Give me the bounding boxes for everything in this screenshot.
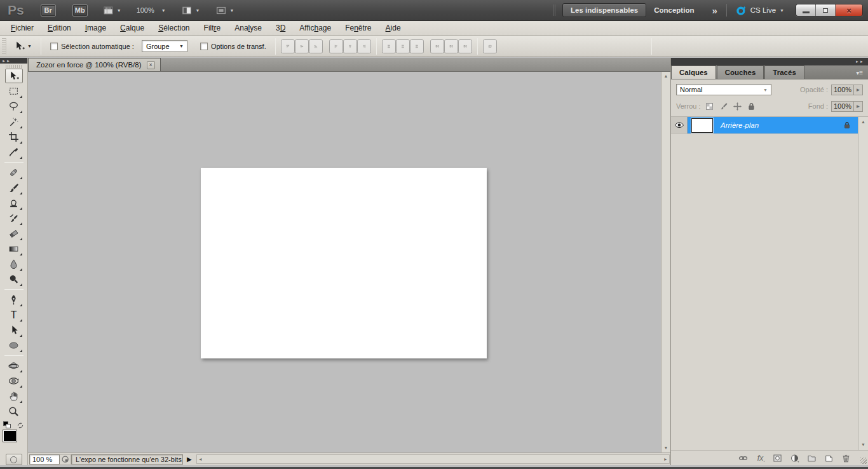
auto-select-checkbox[interactable] [50,43,58,50]
menu-calque[interactable]: Calque [113,22,151,34]
blur-tool[interactable] [5,257,23,271]
align-left-edges-button[interactable] [329,39,343,53]
zoom-level-control[interactable]: 100% ▼ [137,6,166,14]
opacity-value[interactable]: 100% [831,85,854,95]
foreground-color-swatch[interactable] [3,430,17,442]
align-bottom-edges-button[interactable] [309,39,323,53]
quick-mask-mode-button[interactable] [6,454,22,465]
scroll-right-icon[interactable]: ► [663,456,668,463]
cs-live-button[interactable]: CS Live ▼ [736,5,784,16]
vertical-scrollbar[interactable]: ▲ ▼ [661,72,670,452]
3d-object-rotate-tool[interactable] [5,358,23,373]
add-layer-mask-button[interactable] [771,453,783,463]
path-selection-tool[interactable] [5,323,23,337]
3d-camera-orbit-tool[interactable] [5,374,23,388]
clone-stamp-tool[interactable] [5,196,23,210]
arrange-documents-button[interactable]: ▼ [181,5,200,16]
eyedropper-tool[interactable] [5,145,23,160]
gradient-tool[interactable] [5,241,23,256]
menu-selection[interactable]: Sélection [151,22,196,34]
panel-tab-calques[interactable]: Calques [671,65,716,79]
menu-edition[interactable]: Edition [41,22,78,34]
scroll-down-icon[interactable]: ▼ [861,442,865,448]
move-tool[interactable] [5,69,23,83]
swap-colors-icon[interactable] [16,421,25,430]
document-canvas[interactable] [201,168,487,358]
rectangular-marquee-tool[interactable] [5,84,23,99]
transform-options-checkbox[interactable] [200,43,208,50]
blend-mode-dropdown[interactable]: Normal ▼ [676,84,771,95]
lock-all-button[interactable] [747,102,756,111]
adobe-drive-button[interactable] [60,454,71,465]
minimize-button[interactable] [796,4,816,16]
layer-row-body[interactable]: Arrière-plan [688,117,858,133]
dock-collapse-button[interactable]: ►► [671,58,868,65]
layer-style-button[interactable] [754,453,766,463]
canvas[interactable] [28,72,661,452]
distribute-right-edges-button[interactable] [458,39,472,53]
menu-fichier[interactable]: Fichier [4,22,41,34]
default-colors-icon[interactable] [3,421,11,428]
menu-analyse[interactable]: Analyse [227,22,269,34]
menu-aide[interactable]: Aide [379,22,408,34]
layer-visibility-toggle[interactable] [671,117,688,133]
status-flyout-icon[interactable]: ▶ [183,456,196,463]
menu-fenetre[interactable]: Fenêtre [338,22,378,34]
launch-bridge-button[interactable]: Br [41,4,56,17]
close-button[interactable]: × [836,4,862,16]
scroll-up-icon[interactable]: ▲ [664,73,668,79]
distribute-horizontal-centers-button[interactable] [444,39,458,53]
auto-select-scope-dropdown[interactable]: Groupe ▼ [142,40,187,52]
status-zoom-input[interactable]: 100 % [29,454,60,465]
view-extras-button[interactable]: ▼ [103,5,121,16]
opacity-popup-icon[interactable]: ► [854,85,863,95]
scroll-up-icon[interactable]: ▲ [861,119,865,125]
dodge-tool[interactable] [5,272,23,287]
shape-tool[interactable] [5,338,23,353]
scroll-down-icon[interactable]: ▼ [664,445,668,451]
fill-popup-icon[interactable]: ► [854,101,863,112]
workspace-overflow-chevron[interactable]: » [712,5,717,16]
align-top-edges-button[interactable] [281,39,295,53]
align-horizontal-centers-button[interactable] [343,39,357,53]
lock-transparent-pixels-button[interactable] [705,102,714,111]
panel-menu-icon[interactable]: ▾≡ [851,69,868,79]
workspace-design-button[interactable]: Conception [646,4,702,17]
scroll-left-icon[interactable]: ◄ [198,456,203,463]
layer-row[interactable]: Arrière-plan [671,117,858,134]
fill-value[interactable]: 100% [831,101,854,112]
auto-align-layers-button[interactable] [483,39,497,53]
brush-tool[interactable] [5,180,23,195]
restore-button[interactable] [816,4,836,16]
distribute-vertical-centers-button[interactable] [396,39,410,53]
menu-affichage[interactable]: Affichage [292,22,338,34]
distribute-top-edges-button[interactable] [382,39,396,53]
layer-thumbnail[interactable] [691,118,713,133]
screen-mode-button[interactable]: ▼ [215,5,234,16]
document-tab-close-icon[interactable]: × [147,61,155,69]
lock-position-button[interactable] [733,102,742,111]
tools-panel-collapse-button[interactable]: ►► [0,58,27,64]
panel-tab-traces[interactable]: Tracés [764,65,804,79]
horizontal-scrollbar[interactable]: ◄ ► [196,454,670,464]
workspace-essentials-button[interactable]: Les indispensables [562,3,646,17]
align-vertical-centers-button[interactable] [295,39,309,53]
align-right-edges-button[interactable] [357,39,371,53]
current-tool-button[interactable]: ▼ [10,39,36,53]
distribute-left-edges-button[interactable] [430,39,444,53]
zoom-tool[interactable] [5,404,23,419]
document-tab[interactable]: Zozor en force @ 100% (RVB/8) × [28,58,161,71]
hand-tool[interactable] [5,389,23,404]
lasso-tool[interactable] [5,99,23,114]
menu-3d[interactable]: 3D [269,22,292,34]
launch-mini-bridge-button[interactable]: Mb [72,4,88,17]
layers-scrollbar[interactable]: ▲ ▼ [858,117,868,450]
new-adjustment-layer-button[interactable] [789,453,800,463]
menu-filtre[interactable]: Filtre [197,22,228,34]
crop-tool[interactable] [5,130,23,144]
eraser-tool[interactable] [5,226,23,241]
new-layer-button[interactable] [823,453,834,463]
lock-image-pixels-button[interactable] [719,102,728,111]
pen-tool[interactable] [5,292,23,307]
type-tool[interactable] [5,308,23,322]
